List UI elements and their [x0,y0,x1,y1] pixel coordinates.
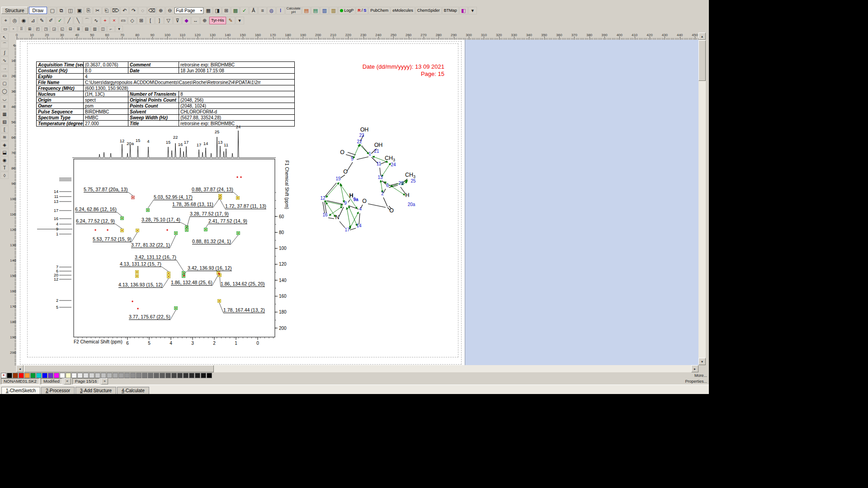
color-swatch[interactable] [148,373,153,378]
report-date-text[interactable]: Date (dd/mm/yyyy): 13 09 2021 [363,63,444,70]
scroll-down-icon[interactable]: ▾ [698,358,706,365]
peak-annotation[interactable]: 6.24, 77.52 (12, 9) [76,218,115,224]
structure-tab[interactable]: Structure [1,7,28,14]
table-icon[interactable]: ▦ [204,7,212,14]
color-swatch[interactable] [142,373,147,378]
peak-annotation[interactable]: 1.78, 35.68 (13, 11) [172,202,213,207]
align-bottomleft-icon[interactable]: ◱ [58,26,66,32]
color-swatch[interactable] [189,373,194,378]
select-rect-icon[interactable]: ▭ [1,26,9,32]
clip-tool[interactable]: ⬓ [0,149,9,156]
wave-tool[interactable]: ∿ [0,56,9,64]
prev-page-icon[interactable]: « [64,378,71,385]
table-insert-icon[interactable]: ⊞ [137,17,146,24]
color-swatch[interactable] [60,373,65,378]
color-swatch[interactable] [136,373,142,378]
curve-tool[interactable]: ∫ [0,49,9,56]
funnel-icon[interactable]: ▽ [164,17,173,24]
marquee-icon[interactable]: ▫ [9,26,17,32]
color-swatch[interactable] [95,373,100,378]
properties-link[interactable]: Properties... [685,379,707,384]
bracket-open-icon[interactable]: [ [146,17,155,24]
color-swatch[interactable] [7,373,12,378]
peak-annotation[interactable]: 0.88, 81.32 (24, 1) [192,239,231,244]
color-swatch[interactable] [107,373,112,378]
color-swatch[interactable] [183,373,189,378]
resize-icon[interactable]: ↔ [191,17,200,24]
peak-annotation[interactable]: 5.03, 52.95 (4, 17) [154,194,193,200]
chemspider-button[interactable]: ChemSpider [415,7,442,14]
pointer-tool[interactable]: ↖ [0,33,9,41]
align-bottomright-icon[interactable]: ◲ [50,26,58,32]
color-swatch[interactable] [13,373,18,378]
color-swatch[interactable] [124,373,130,378]
add-atom-icon[interactable]: ⊕ [200,17,209,24]
no-color-swatch[interactable]: ✕ [1,373,6,378]
peak-annotation[interactable]: 3.77, 175.67 (22, 5) [129,314,170,320]
line-down-icon[interactable]: ╲ [74,17,82,24]
layout-cols-icon[interactable]: ▥ [91,26,99,32]
logp-button[interactable]: LogP [338,7,355,14]
color-swatch[interactable] [195,373,200,378]
properties-list-icon[interactable]: ≡ [258,7,267,14]
drag-dots-icon[interactable]: ⠿ [18,26,25,32]
angstrom-icon[interactable]: Å [249,7,258,14]
tyr-his-button[interactable]: Tyr-His [209,17,226,24]
pubchem-button[interactable]: PubChem [368,7,390,14]
check-structure-icon[interactable]: ✓ [240,7,249,14]
draw-continuous-icon[interactable]: ✐ [47,17,55,24]
distribute-h-icon[interactable]: ⊟ [66,26,74,32]
bracket-close-icon[interactable]: ] [155,17,164,24]
document-page[interactable]: 654321060801001201401601802001220a154152… [16,40,465,365]
color-swatch[interactable] [165,373,171,378]
diamond-tool[interactable]: ◊ [0,172,9,179]
color-swatch[interactable] [36,373,42,378]
vertical-scrollbar[interactable]: ▴ ▾ [698,33,706,365]
redo-icon[interactable]: ↷ [129,7,138,14]
text-tool[interactable]: T [0,164,9,171]
align-topleft-icon[interactable]: ◰ [34,26,42,32]
split-view-icon[interactable]: ◨ [213,7,222,14]
diamond-icon[interactable]: ◆ [182,17,191,24]
squiggle-tool[interactable]: ≋ [0,133,9,141]
spline-tool[interactable]: ⌒ [0,41,9,48]
plus-icon[interactable]: + [101,17,109,24]
select-tool-icon[interactable]: ⌖ [1,17,10,24]
btmap-button[interactable]: BTMap [442,7,459,14]
tab-calculate[interactable]: 4-Calculate [117,387,149,394]
scroll-up-icon[interactable]: ▴ [698,33,706,40]
color-swatch[interactable] [177,373,183,378]
layout-split-icon[interactable]: ◫ [99,26,107,32]
print-icon[interactable]: ⎘ [84,7,93,14]
color-swatch[interactable] [30,373,36,378]
peak-annotation[interactable]: 1.86, 134.62 (25, 20) [221,281,265,287]
pan-tool[interactable]: ≡ [0,103,9,110]
scroll-left-icon[interactable]: ◂ [16,365,24,372]
horizontal-scrollbar[interactable]: ◂ ▸ [16,365,698,372]
zoom-level-select[interactable]: Full Page▾ [175,7,203,14]
vscroll-thumb[interactable] [698,40,706,81]
arc-icon[interactable]: ⌒ [83,17,91,24]
nor-icon[interactable]: ⊽ [173,17,182,24]
open-document-icon[interactable]: ⧉ [57,7,66,14]
hscroll-thumb[interactable] [24,365,214,372]
color-swatch[interactable] [113,373,118,378]
color-swatch[interactable] [24,373,30,378]
copy-icon[interactable]: ⎗ [102,7,111,14]
lasso-tool-icon[interactable]: ◎ [10,17,19,24]
info-icon[interactable]: I [276,7,285,14]
horizontal-ruler[interactable]: 0102030405060708090100110120130140150160… [10,33,698,40]
tab-processor[interactable]: 2-Processor [41,387,75,394]
color-swatch[interactable] [171,373,177,378]
draw-normal-icon[interactable]: ✎ [38,17,46,24]
peak-annotation[interactable]: 2.41, 77.52 (14, 9) [208,218,247,224]
report-icon-1[interactable]: ▤ [302,7,311,14]
report-icon-2[interactable]: ▤ [311,7,320,14]
check-icon[interactable]: ✓ [56,17,64,24]
peak-annotation[interactable]: 4.13, 131.12 (15, 7) [120,261,161,267]
new-document-icon[interactable]: ▢ [48,7,57,14]
peak-annotation[interactable]: 1.78, 167.44 (13, 2) [223,307,265,313]
peak-annotation[interactable]: 4.13, 136.93 (15, 12) [118,282,163,288]
peak-annotation[interactable]: 3.28, 75.10 (17, 4) [142,217,180,223]
snap-grid-icon[interactable]: ⊞ [26,26,33,32]
